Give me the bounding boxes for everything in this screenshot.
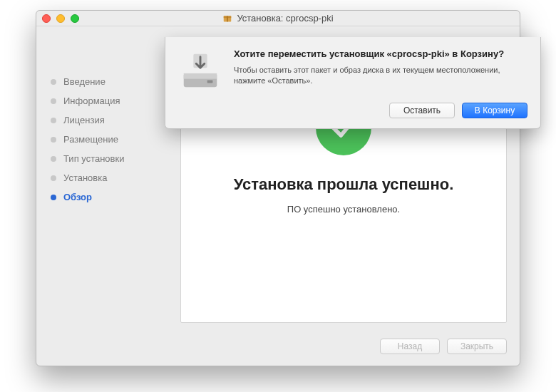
sidebar-step-information: Информация bbox=[49, 91, 170, 110]
sidebar-step-install-type: Тип установки bbox=[49, 149, 170, 168]
sidebar-step-summary: Обзор bbox=[49, 187, 170, 207]
sheet-title: Хотите переместить установщик «cprocsp-p… bbox=[234, 48, 527, 59]
sheet-message: Чтобы оставить этот пакет и образ диска … bbox=[234, 65, 527, 86]
zoom-window-button[interactable] bbox=[71, 14, 79, 23]
bullet-icon bbox=[51, 156, 56, 162]
sidebar-step-destination: Размещение bbox=[49, 130, 170, 149]
step-label: Информация bbox=[63, 96, 120, 106]
bullet-icon bbox=[51, 118, 56, 123]
window-title: Установка: cprocsp-pki bbox=[237, 13, 333, 24]
step-label: Лицензия bbox=[63, 115, 105, 125]
bullet-icon bbox=[51, 98, 56, 104]
step-label: Размещение bbox=[63, 134, 118, 145]
trash-prompt-sheet: Хотите переместить установщик «cprocsp-p… bbox=[165, 37, 541, 129]
minimize-window-button[interactable] bbox=[56, 14, 65, 23]
svg-rect-4 bbox=[184, 73, 217, 79]
sidebar-step-introduction: Введение bbox=[49, 72, 170, 91]
success-subtitle: ПО успешно установлено. bbox=[287, 204, 400, 215]
bullet-icon bbox=[51, 175, 56, 181]
svg-rect-2 bbox=[227, 16, 229, 21]
success-title: Установка прошла успешно. bbox=[234, 175, 454, 194]
sidebar-step-installation: Установка bbox=[49, 168, 170, 187]
svg-rect-0 bbox=[224, 16, 232, 21]
bullet-icon bbox=[51, 195, 56, 200]
steps-sidebar: Введение Информация Лицензия Размещение … bbox=[49, 39, 170, 323]
close-button[interactable]: Закрыть bbox=[447, 339, 507, 354]
keep-button[interactable]: Оставить bbox=[389, 103, 455, 118]
bullet-icon bbox=[51, 137, 56, 143]
svg-rect-1 bbox=[224, 16, 232, 18]
svg-rect-6 bbox=[207, 81, 213, 83]
back-button[interactable]: Назад bbox=[380, 339, 440, 354]
bullet-icon bbox=[51, 79, 56, 85]
footer: Назад Закрыть bbox=[36, 331, 520, 366]
close-window-button[interactable] bbox=[42, 14, 51, 23]
package-icon bbox=[222, 14, 232, 24]
window-controls bbox=[42, 14, 79, 23]
installer-window: Установка: cprocsp-pki Введение Информац… bbox=[36, 10, 520, 366]
titlebar: Установка: cprocsp-pki bbox=[36, 11, 520, 26]
disk-download-icon bbox=[178, 48, 222, 93]
sidebar-step-license: Лицензия bbox=[49, 110, 170, 130]
step-label: Тип установки bbox=[63, 153, 124, 164]
step-label: Установка bbox=[63, 172, 107, 183]
step-label: Обзор bbox=[63, 192, 92, 202]
step-label: Введение bbox=[63, 76, 105, 87]
move-to-trash-button[interactable]: В Корзину bbox=[462, 103, 527, 118]
